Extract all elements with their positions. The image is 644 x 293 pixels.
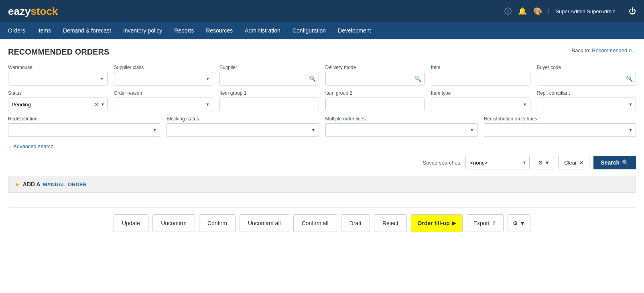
supplier-input[interactable] xyxy=(219,72,319,85)
saved-searches-select-wrap: <none> ▼ xyxy=(465,156,530,169)
repl-compliant-select[interactable] xyxy=(537,98,636,111)
palette-icon[interactable]: 🎨 xyxy=(533,7,542,16)
order-reason-select[interactable] xyxy=(114,98,213,111)
nav-resources[interactable]: Resources xyxy=(206,22,233,40)
advanced-search-chevron-icon: ⌄ xyxy=(8,144,12,149)
back-to-label: Back to: xyxy=(572,47,591,53)
nav-reports[interactable]: Reports xyxy=(174,22,194,40)
multiple-order-lines-label: Multiple order lines xyxy=(325,116,477,122)
advanced-search-label: Advanced search xyxy=(13,143,53,149)
nav-configuration[interactable]: Configuration xyxy=(293,22,326,40)
search-label: Search xyxy=(601,159,620,166)
filter-redistribution-order-lines: Redistribution order lines ▼ xyxy=(484,116,636,137)
bottom-actions: Update Unconfirm Confirm Unconfirm all C… xyxy=(8,208,636,238)
item-group2-input[interactable] xyxy=(325,98,425,111)
filter-blocking-status: Blocking status ▼ xyxy=(167,116,319,137)
top-bar: eazystock ⓘ 🔔 🎨 Super Admin SuperAdmin ⏻ xyxy=(0,0,644,22)
warehouse-select[interactable] xyxy=(8,72,108,85)
blocking-status-label: Blocking status xyxy=(167,116,319,122)
update-button[interactable]: Update xyxy=(114,214,148,232)
main-content: RECOMMENDED ORDERS Back to: Recommended … xyxy=(0,39,644,293)
filter-supplier-class: Supplier class ▼ xyxy=(114,65,213,85)
filter-order-reason: Order reason ▼ xyxy=(114,90,213,111)
confirm-all-button[interactable]: Confirm all xyxy=(293,214,337,232)
page-header: RECOMMENDED ORDERS Back to: Recommended … xyxy=(8,47,636,57)
status-label: Status xyxy=(8,90,108,96)
logo-eazy: eazy xyxy=(8,5,30,18)
redistribution-order-lines-label: Redistribution order lines xyxy=(484,116,636,122)
top-right-area: ⓘ 🔔 🎨 Super Admin SuperAdmin ⏻ xyxy=(504,6,636,16)
filter-item: Item xyxy=(431,65,530,85)
supplier-class-select[interactable] xyxy=(114,72,213,85)
nav-administration[interactable]: Administration xyxy=(245,22,280,40)
help-icon[interactable]: ⓘ xyxy=(504,6,512,16)
logo-stock: stock xyxy=(30,5,58,18)
repl-compliant-label: Repl. compliant xyxy=(537,90,636,96)
status-select-wrap: Pending -- All -- ✕ ▼ xyxy=(8,98,108,111)
nav-demand-forecast[interactable]: Demand & forecast xyxy=(63,22,111,40)
manual-link[interactable]: MANUAL xyxy=(43,181,65,187)
item-type-select[interactable] xyxy=(431,98,530,111)
draft-button[interactable]: Draft xyxy=(341,214,370,232)
clear-button[interactable]: Clear ✕ xyxy=(558,156,589,169)
item-input[interactable] xyxy=(431,72,530,85)
blocking-status-select[interactable] xyxy=(167,123,319,137)
item-group1-input[interactable] xyxy=(219,98,319,111)
redistribution-select[interactable] xyxy=(8,123,160,137)
item-type-label: Item type xyxy=(431,90,530,96)
power-button[interactable]: ⏻ xyxy=(622,7,636,16)
settings-split-button[interactable]: ⚙ ▼ xyxy=(508,214,530,232)
multiple-order-lines-select[interactable] xyxy=(325,123,477,137)
reject-button[interactable]: Reject xyxy=(374,214,407,232)
filter-buyer-code: Buyer code 🔍 xyxy=(537,65,636,85)
supplier-search-wrap: 🔍 xyxy=(219,72,319,85)
multiple-order-lines-select-wrap: ▼ xyxy=(325,123,477,137)
external-link-icon: ▶ xyxy=(452,220,456,226)
nav-items[interactable]: Items xyxy=(37,22,51,40)
buyer-code-input[interactable] xyxy=(537,72,636,85)
buyer-code-search-wrap: 🔍 xyxy=(537,72,636,85)
nav-inventory-policy[interactable]: Inventory policy xyxy=(123,22,162,40)
add-arrow-icon: ► xyxy=(15,181,20,187)
order-fillup-button[interactable]: Order fill-up ▶ xyxy=(411,214,463,232)
gear-dropdown-icon: ▼ xyxy=(544,160,550,166)
nav-orders[interactable]: Orders xyxy=(8,22,25,40)
export-label: Export xyxy=(473,220,490,226)
item-group2-label: Item group 2 xyxy=(325,90,425,96)
warehouse-label: Warehouse xyxy=(8,65,108,70)
filter-grid-row2: Status Pending -- All -- ✕ ▼ Order reaso… xyxy=(8,90,636,111)
item-type-select-wrap: ▼ xyxy=(431,98,530,111)
status-clear-button[interactable]: ✕ xyxy=(94,102,99,108)
order-fillup-label: Order fill-up xyxy=(418,220,450,226)
search-icon: 🔍 xyxy=(622,159,629,166)
order-link[interactable]: ORDER xyxy=(68,181,87,187)
item-group1-label: Item group 1 xyxy=(219,90,319,96)
supplier-class-label: Supplier class xyxy=(114,65,213,70)
back-to-link[interactable]: Recommended o... xyxy=(592,47,636,53)
advanced-search-toggle[interactable]: ⌄ Advanced search xyxy=(8,143,636,149)
supplier-class-select-wrap: ▼ xyxy=(114,72,213,85)
unconfirm-all-button[interactable]: Unconfirm all xyxy=(240,214,289,232)
add-manual-order-row: ► ADD A MANUAL ORDER xyxy=(8,176,636,193)
saved-searches-select[interactable]: <none> xyxy=(465,156,530,169)
redistribution-order-lines-select[interactable] xyxy=(484,123,636,137)
page-title: RECOMMENDED ORDERS xyxy=(8,47,109,57)
nav-development[interactable]: Development xyxy=(338,22,371,40)
item-label: Item xyxy=(431,65,530,70)
redistribution-order-lines-select-wrap: ▼ xyxy=(484,123,636,137)
delivery-mode-input[interactable] xyxy=(325,72,425,85)
clear-x-icon: ✕ xyxy=(579,160,583,166)
filter-redistribution: Redistribution ▼ xyxy=(8,116,160,137)
filter-multiple-order-lines: Multiple order lines ▼ xyxy=(325,116,477,137)
filter-item-group1: Item group 1 xyxy=(219,90,319,111)
search-button[interactable]: Search 🔍 xyxy=(593,156,636,169)
saved-searches-gear-button[interactable]: ⚙ ▼ xyxy=(534,156,554,169)
bell-icon[interactable]: 🔔 xyxy=(518,7,527,16)
divider xyxy=(8,201,636,201)
confirm-button[interactable]: Confirm xyxy=(199,214,236,232)
export-button[interactable]: Export ⇧ xyxy=(467,214,504,232)
status-select[interactable]: Pending -- All -- xyxy=(8,98,108,111)
logo: eazystock xyxy=(8,5,58,18)
unconfirm-button[interactable]: Unconfirm xyxy=(152,214,195,232)
buyer-code-label: Buyer code xyxy=(537,65,636,70)
